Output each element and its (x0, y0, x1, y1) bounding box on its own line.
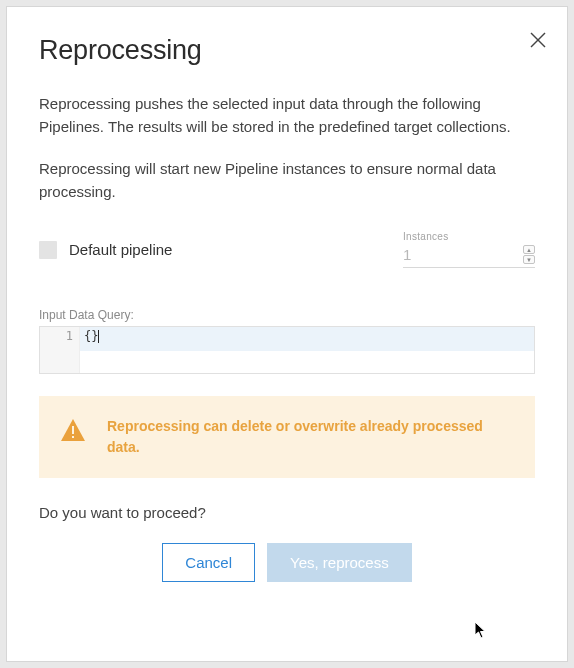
default-pipeline-checkbox[interactable] (39, 241, 57, 259)
dialog-description-2: Reprocessing will start new Pipeline ins… (39, 157, 535, 204)
svg-rect-3 (72, 426, 74, 434)
line-number: 1 (66, 329, 73, 343)
dialog-actions: Cancel Yes, reprocess (39, 543, 535, 582)
svg-rect-4 (72, 436, 74, 438)
warning-text: Reprocessing can delete or overwrite alr… (107, 416, 513, 458)
warning-icon (61, 419, 85, 441)
editor-code-line[interactable]: {} (80, 327, 534, 351)
dialog-title: Reprocessing (39, 35, 535, 66)
instances-stepper: ▲ ▼ (523, 245, 535, 264)
instances-label: Instances (403, 231, 535, 242)
close-icon (529, 31, 547, 49)
instances-step-up[interactable]: ▲ (523, 245, 535, 254)
reprocessing-dialog: Reprocessing Reprocessing pushes the sel… (6, 6, 568, 662)
mouse-cursor-icon (474, 621, 488, 639)
instances-input[interactable] (403, 244, 519, 265)
input-query-label: Input Data Query: (39, 308, 535, 322)
confirm-button[interactable]: Yes, reprocess (267, 543, 412, 582)
default-pipeline-label: Default pipeline (69, 241, 172, 258)
chevron-up-icon: ▲ (526, 247, 532, 253)
pipeline-row: Default pipeline Instances ▲ ▼ (39, 231, 535, 268)
pipeline-checkbox-group: Default pipeline (39, 241, 172, 259)
instances-field: Instances ▲ ▼ (403, 231, 535, 268)
close-button[interactable] (529, 31, 547, 49)
code-content: {} (84, 329, 98, 343)
cancel-button[interactable]: Cancel (162, 543, 255, 582)
dialog-description-1: Reprocessing pushes the selected input d… (39, 92, 535, 139)
warning-banner: Reprocessing can delete or overwrite alr… (39, 396, 535, 478)
chevron-down-icon: ▼ (526, 257, 532, 263)
instances-step-down[interactable]: ▼ (523, 255, 535, 264)
editor-gutter: 1 (40, 327, 80, 373)
input-query-editor[interactable]: 1 {} (39, 326, 535, 374)
proceed-prompt: Do you want to proceed? (39, 504, 535, 521)
